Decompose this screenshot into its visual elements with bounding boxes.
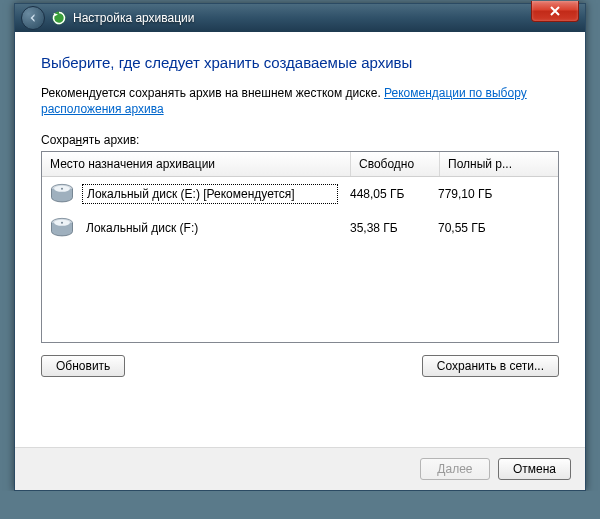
content-area: Выберите, где следует хранить создаваемы… [15, 32, 585, 447]
hard-drive-icon [48, 214, 76, 242]
close-icon [550, 6, 560, 16]
window-title: Настройка архивации [73, 11, 195, 25]
hard-drive-icon [48, 180, 76, 208]
recommendation-prefix: Рекомендуется сохранять архив на внешнем… [41, 86, 384, 100]
column-free[interactable]: Свободно [351, 152, 440, 176]
page-heading: Выберите, где следует хранить создаваемы… [41, 54, 559, 71]
recommendation-text: Рекомендуется сохранять архив на внешнем… [41, 85, 559, 117]
list-actions: Обновить Сохранить в сети... [41, 355, 559, 377]
destination-list[interactable]: Место назначения архивации Свободно Полн… [41, 151, 559, 343]
row-free-space: 448,05 ГБ [342, 187, 430, 201]
cancel-button[interactable]: Отмена [498, 458, 571, 480]
list-row[interactable]: Локальный диск (E:) [Рекомендуется] 448,… [42, 177, 558, 211]
save-location-label: Сохранять архив: [41, 133, 559, 147]
row-label: Локальный диск (F:) [82, 219, 338, 237]
list-row[interactable]: Локальный диск (F:) 35,38 ГБ 70,55 ГБ [42, 211, 558, 245]
list-header: Место назначения архивации Свободно Полн… [42, 152, 558, 177]
backup-app-icon [51, 10, 67, 26]
row-total-space: 779,10 ГБ [430, 187, 558, 201]
svg-point-3 [61, 188, 63, 190]
arrow-left-icon [27, 12, 39, 24]
titlebar: Настройка архивации [15, 4, 585, 32]
save-network-button[interactable]: Сохранить в сети... [422, 355, 559, 377]
close-button[interactable] [531, 1, 579, 22]
row-total-space: 70,55 ГБ [430, 221, 558, 235]
refresh-button[interactable]: Обновить [41, 355, 125, 377]
column-total[interactable]: Полный р... [440, 152, 558, 176]
row-free-space: 35,38 ГБ [342, 221, 430, 235]
svg-point-6 [61, 222, 63, 224]
column-destination[interactable]: Место назначения архивации [42, 152, 351, 176]
back-button[interactable] [21, 6, 45, 30]
next-button[interactable]: Далее [420, 458, 490, 480]
wizard-footer: Далее Отмена [15, 447, 585, 490]
row-label: Локальный диск (E:) [Рекомендуется] [82, 184, 338, 204]
backup-wizard-window: Настройка архивации Выберите, где следуе… [14, 3, 586, 491]
